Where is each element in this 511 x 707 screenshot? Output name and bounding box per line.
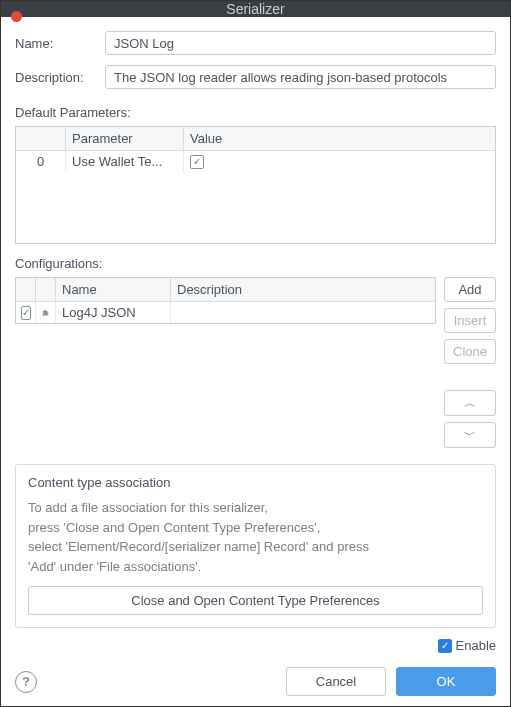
config-header-icon — [36, 278, 56, 301]
default-params-label: Default Parameters: — [15, 105, 496, 120]
description-label: Description: — [15, 70, 105, 85]
group-title: Content type association — [24, 475, 174, 490]
checkbox-icon[interactable] — [21, 306, 31, 320]
insert-button[interactable]: Insert — [444, 308, 496, 333]
config-header-name: Name — [56, 278, 171, 301]
titlebar: Serializer — [1, 1, 510, 17]
add-button[interactable]: Add — [444, 277, 496, 302]
config-header-description: Description — [171, 278, 435, 301]
configurations-table: Name Description Log4J JSON — [15, 277, 436, 324]
content-type-association-group: Content type association To add a file a… — [15, 464, 496, 628]
table-row[interactable]: 0 Use Wallet Te... — [16, 151, 495, 172]
puzzle-icon — [42, 306, 49, 320]
ok-button[interactable]: OK — [396, 667, 496, 696]
param-row-name: Use Wallet Te... — [66, 151, 184, 172]
config-header-check — [16, 278, 36, 301]
clone-button[interactable]: Clone — [444, 339, 496, 364]
params-header-value: Value — [184, 127, 495, 150]
params-header-parameter: Parameter — [66, 127, 184, 150]
config-row-description — [171, 302, 435, 323]
default-params-table: Parameter Value 0 Use Wallet Te... — [15, 126, 496, 244]
params-header-index — [16, 127, 66, 150]
move-down-button[interactable]: ﹀ — [444, 422, 496, 448]
enable-checkbox[interactable] — [438, 639, 452, 653]
chevron-down-icon: ﹀ — [464, 427, 476, 444]
configurations-label: Configurations: — [15, 256, 496, 271]
table-row[interactable]: Log4J JSON — [16, 302, 435, 323]
window-title: Serializer — [226, 1, 284, 17]
chevron-up-icon: ︿ — [464, 395, 476, 412]
param-row-index: 0 — [16, 151, 66, 172]
config-row-name: Log4J JSON — [56, 302, 171, 323]
cancel-button[interactable]: Cancel — [286, 667, 386, 696]
checkbox-icon[interactable] — [190, 155, 204, 169]
help-icon[interactable]: ? — [15, 671, 37, 693]
description-input[interactable] — [105, 65, 496, 89]
param-row-value[interactable] — [184, 151, 495, 172]
serializer-dialog: Serializer Name: Description: Default Pa… — [0, 0, 511, 707]
name-input[interactable] — [105, 31, 496, 55]
move-up-button[interactable]: ︿ — [444, 390, 496, 416]
dialog-content: Name: Description: Default Parameters: P… — [1, 17, 510, 707]
name-label: Name: — [15, 36, 105, 51]
enable-label: Enable — [456, 638, 496, 653]
open-content-type-prefs-button[interactable]: Close and Open Content Type Preferences — [28, 586, 483, 615]
association-info-text: To add a file association for this seria… — [28, 498, 483, 576]
close-icon[interactable] — [11, 11, 22, 22]
